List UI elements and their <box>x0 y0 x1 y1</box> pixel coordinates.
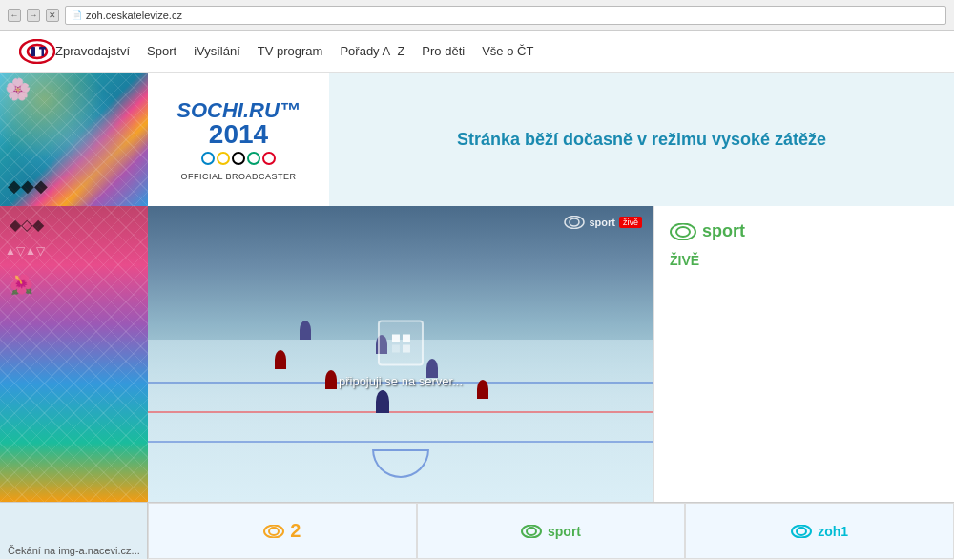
ct-zoh1-logo-icon <box>791 525 812 538</box>
olympic-rings <box>201 152 276 165</box>
player-1 <box>275 350 286 369</box>
channel-card-zoh1[interactable]: zoh1 <box>685 503 954 559</box>
close-button[interactable]: ✕ <box>46 9 59 22</box>
channel-strip: 2 sport zoh1 <box>0 502 954 559</box>
loading-spinner <box>378 321 424 366</box>
ct2-logo-icon <box>263 525 284 538</box>
rink-red-line <box>148 411 653 413</box>
nav-item-zpravodajstvi[interactable]: Zpravodajství <box>55 44 130 58</box>
top-section: 🌸 ◆◆◆ SOCHI.RU™ 2014 OFFICIAL BROADCASTE… <box>0 73 954 206</box>
deco-pattern-1: ◆◇◆ <box>10 216 44 234</box>
spinner-dot-3 <box>391 344 399 352</box>
right-sidebar: sport ŽIVĚ <box>653 206 954 502</box>
spinner-dot-1 <box>391 334 399 342</box>
ct-wm-text: sport <box>589 217 615 228</box>
channel-card-2[interactable]: 2 <box>148 503 417 559</box>
svg-point-6 <box>570 218 579 226</box>
svg-point-0 <box>20 40 54 63</box>
player-6 <box>300 321 311 340</box>
video-player[interactable]: sport živě připojuji se na server... <box>148 206 653 502</box>
spinner-dot-2 <box>402 334 409 342</box>
status-area: Stránka běží dočasně v režimu vysoké zát… <box>329 73 954 206</box>
sochi-text: SOCHI.RU™ <box>176 100 301 121</box>
svg-point-12 <box>527 528 536 535</box>
back-button[interactable]: ← <box>8 9 21 22</box>
page-icon: 📄 <box>72 10 82 20</box>
color-pattern: ◆◆◆ <box>8 176 48 197</box>
ring-blue <box>201 152 215 165</box>
player-2 <box>325 370 337 389</box>
main-area: ◆◇◆ ▲▽▲▽ 🌺 <box>0 206 954 502</box>
ring-black <box>232 152 245 165</box>
ring-green <box>247 152 260 165</box>
svg-point-8 <box>676 227 690 237</box>
svg-rect-4 <box>42 47 45 56</box>
status-message: Stránka běží dočasně v režimu vysoké zát… <box>457 130 826 150</box>
nav-item-ivysilani[interactable]: iVysílání <box>194 44 240 58</box>
deco-pattern-2: ▲▽▲▽ <box>5 244 45 258</box>
forward-button[interactable]: → <box>27 9 40 22</box>
sochi-subtitle: OFFICIAL BROADCASTER <box>180 172 296 181</box>
sochi-year: 2014 <box>209 121 268 148</box>
svg-point-10 <box>269 528 279 535</box>
ct-wm-icon <box>564 216 585 229</box>
svg-rect-2 <box>31 47 35 56</box>
sidebar-live-label: ŽIVĚ <box>670 253 939 268</box>
live-badge: živě <box>619 217 642 228</box>
page-content: 🌸 ◆◆◆ SOCHI.RU™ 2014 OFFICIAL BROADCASTE… <box>0 73 954 539</box>
nav-items: Zpravodajství Sport iVysílání TV program… <box>55 44 533 58</box>
nav-bar: Zpravodajství Sport iVysílání TV program… <box>0 31 954 73</box>
ring-red <box>262 152 276 165</box>
nav-item-vseoct[interactable]: Vše o ČT <box>482 44 533 58</box>
browser-chrome: ← → ✕ 📄 zoh.ceskatelevize.cz <box>0 0 954 31</box>
sidebar-channel-name: sport <box>702 221 745 241</box>
player-goalie <box>376 390 389 413</box>
svg-point-14 <box>797 528 806 535</box>
player-5 <box>477 380 488 399</box>
url-text: zoh.ceskatelevize.cz <box>86 10 182 21</box>
rink-blue-line-2 <box>148 441 653 443</box>
ct-sport-watermark: sport živě <box>564 216 642 229</box>
address-bar[interactable]: 📄 zoh.ceskatelevize.cz <box>65 6 946 25</box>
nav-item-sport[interactable]: Sport <box>147 44 176 58</box>
flower-deco: 🌺 <box>10 273 33 296</box>
loading-text: připojuji se na server... <box>339 374 463 388</box>
nav-item-porady[interactable]: Pořady A–Z <box>340 44 404 58</box>
channel-zoh1-label: zoh1 <box>818 524 848 539</box>
ct-sport-logo-icon <box>521 525 542 538</box>
sidebar-logo: sport <box>670 221 939 241</box>
spinner-grid <box>391 334 409 352</box>
nav-item-prodeti[interactable]: Pro děti <box>422 44 465 58</box>
channel-sport-label: sport <box>548 524 581 539</box>
left-decorative-panel: 🌸 ◆◆◆ <box>0 73 148 206</box>
channel-2-number: 2 <box>290 520 301 542</box>
ring-yellow <box>217 152 230 165</box>
status-bar-text: Čekání na img-a.nacevi.cz... <box>8 545 140 556</box>
spinner-dot-4 <box>402 344 409 352</box>
nav-item-tvprogram[interactable]: TV program <box>258 44 323 58</box>
sidebar-ct-icon <box>670 223 696 240</box>
loading-overlay: připojuji se na server... <box>339 321 463 388</box>
ct-logo[interactable] <box>19 39 55 64</box>
floral-decoration: 🌸 <box>5 77 31 102</box>
sochi-banner: SOCHI.RU™ 2014 OFFICIAL BROADCASTER <box>148 73 329 206</box>
channel-card-sport[interactable]: sport <box>417 503 686 559</box>
left-deco-ext: ◆◇◆ ▲▽▲▽ 🌺 <box>0 206 148 502</box>
